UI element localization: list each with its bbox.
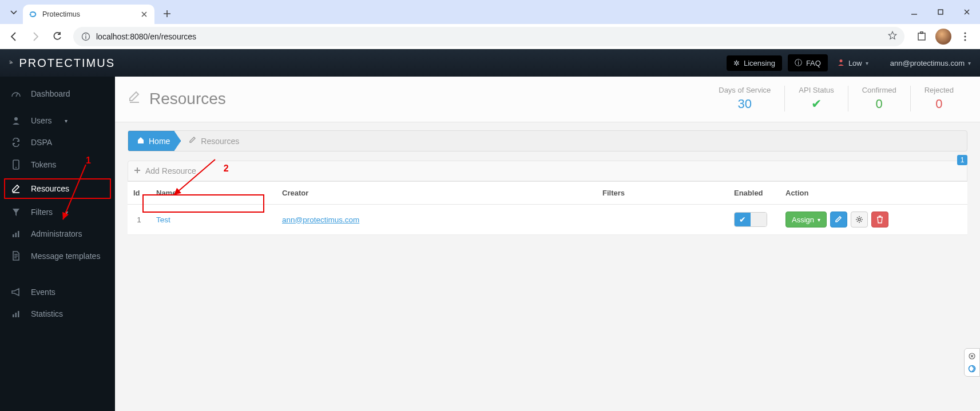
stats-bar: Days of Service 30 API Status ✔ Confirme… — [705, 86, 967, 111]
add-resource-button[interactable]: Add Resource — [134, 166, 196, 175]
phone-icon — [10, 159, 22, 170]
forward-button[interactable] — [26, 27, 45, 46]
svg-point-20 — [858, 218, 860, 221]
tab-favicon — [29, 10, 38, 19]
maximize-button[interactable] — [927, 0, 954, 24]
sidebar-item-filters[interactable]: Filters — [0, 201, 115, 223]
col-action[interactable]: Action — [780, 182, 967, 205]
creator-link[interactable]: ann@protectimus.com — [282, 216, 359, 224]
breadcrumb-home[interactable]: Home — [128, 131, 181, 151]
browser-menu-icon[interactable] — [957, 29, 973, 45]
document-icon — [10, 251, 22, 261]
browser-tab[interactable]: Protectimus — [23, 5, 154, 24]
sidebar-item-label: DSPA — [31, 138, 52, 147]
plus-icon — [134, 166, 141, 175]
sidebar-item-resources[interactable]: Resources — [3, 178, 112, 199]
widget-close-icon[interactable] — [967, 351, 977, 361]
window-controls — [901, 0, 980, 24]
enabled-toggle[interactable]: ✔ — [734, 212, 767, 227]
stat-confirmed: Confirmed 0 — [848, 86, 910, 111]
results-count-badge: 1 — [957, 155, 967, 165]
megaphone-icon — [10, 288, 22, 297]
sidebar-item-tokens[interactable]: Tokens — [0, 153, 115, 176]
brand-name: PROTECTIMUS — [19, 57, 115, 70]
sidebar-item-statistics[interactable]: Statistics — [0, 303, 115, 325]
sidebar-item-message-templates[interactable]: Message templates — [0, 245, 115, 268]
new-tab-button[interactable] — [159, 6, 175, 22]
svg-point-11 — [14, 117, 18, 121]
reload-button[interactable] — [48, 27, 66, 46]
col-creator[interactable]: Creator — [276, 182, 597, 205]
user-icon — [10, 116, 22, 125]
filter-icon — [10, 208, 22, 217]
minimize-button[interactable] — [901, 0, 927, 24]
edit-row-button[interactable] — [830, 212, 847, 228]
sidebar-item-dashboard[interactable]: Dashboard — [0, 82, 115, 105]
sidebar-item-label: Statistics — [31, 309, 63, 318]
extensions-icon[interactable] — [914, 29, 930, 45]
back-button[interactable] — [5, 27, 23, 46]
site-info-icon[interactable] — [80, 31, 92, 42]
tab-list-dropdown[interactable] — [7, 6, 21, 19]
edit-icon — [835, 216, 843, 224]
url-text: localhost:8080/en/resources — [96, 32, 887, 41]
floating-widget[interactable] — [964, 348, 980, 377]
app-topbar: PROTECTIMUS ✲ Licensing ⓘ FAQ Low ▾ ann@… — [0, 49, 980, 77]
svg-rect-1 — [938, 10, 943, 14]
svg-point-0 — [30, 14, 31, 15]
breadcrumb-resources[interactable]: Resources — [178, 131, 249, 150]
sidebar-item-label: Dashboard — [31, 89, 70, 98]
assign-button[interactable]: Assign ▾ — [785, 212, 827, 228]
svg-rect-6 — [921, 31, 923, 33]
home-icon — [137, 136, 145, 146]
svg-point-8 — [964, 35, 966, 37]
faq-label: FAQ — [806, 59, 821, 67]
resource-name-link[interactable]: Test — [156, 216, 170, 224]
svg-rect-14 — [13, 234, 14, 237]
url-bar[interactable]: localhost:8080/en/resources — [73, 27, 904, 46]
svg-rect-4 — [85, 36, 86, 39]
svg-rect-15 — [15, 233, 17, 237]
info-icon: ⓘ — [795, 58, 802, 68]
edit-icon — [189, 136, 197, 146]
account-menu[interactable]: ann@protectimus.com ▾ — [890, 59, 971, 67]
dashboard-icon — [10, 89, 22, 99]
svg-point-10 — [839, 59, 842, 62]
annotation-highlight-name — [142, 194, 264, 213]
user-tier-menu[interactable]: Low ▾ — [837, 58, 868, 68]
faq-button[interactable]: ⓘ FAQ — [788, 54, 828, 71]
close-icon[interactable] — [140, 10, 149, 19]
edit-icon — [128, 90, 141, 107]
col-enabled[interactable]: Enabled — [728, 182, 780, 205]
col-filters[interactable]: Filters — [597, 182, 728, 205]
user-tier-label: Low — [848, 59, 862, 67]
settings-row-button[interactable] — [851, 212, 868, 228]
sidebar-item-label: Message templates — [31, 252, 100, 261]
licensing-button[interactable]: ✲ Licensing — [727, 55, 782, 71]
sun-icon: ✲ — [733, 59, 740, 67]
stat-days: Days of Service 30 — [705, 86, 784, 111]
sidebar-item-events[interactable]: Events — [0, 281, 115, 303]
logo-icon — [9, 54, 13, 71]
bookmark-star-icon[interactable] — [887, 30, 898, 42]
close-window-button[interactable] — [954, 0, 980, 24]
sidebar-item-dspa[interactable]: DSPA — [0, 131, 115, 153]
profile-avatar[interactable] — [935, 29, 951, 45]
page-header: Resources Days of Service 30 API Status … — [115, 77, 980, 122]
sidebar-item-users[interactable]: Users — [0, 110, 115, 131]
widget-browser-icon[interactable] — [967, 364, 977, 374]
sidebar-item-label: Users — [31, 116, 52, 125]
svg-rect-18 — [15, 313, 17, 317]
sidebar-item-label: Resources — [31, 184, 69, 193]
svg-point-3 — [85, 34, 86, 35]
trash-icon — [876, 216, 883, 224]
sidebar-item-label: Filters — [31, 208, 53, 217]
svg-point-9 — [964, 39, 966, 41]
brand-logo[interactable]: PROTECTIMUS — [9, 54, 115, 71]
svg-point-13 — [15, 167, 17, 168]
licensing-label: Licensing — [744, 59, 775, 67]
delete-row-button[interactable] — [871, 212, 888, 228]
check-icon: ✔ — [799, 97, 834, 111]
sidebar-item-administrators[interactable]: Administrators — [0, 223, 115, 245]
bars-icon — [10, 229, 22, 238]
